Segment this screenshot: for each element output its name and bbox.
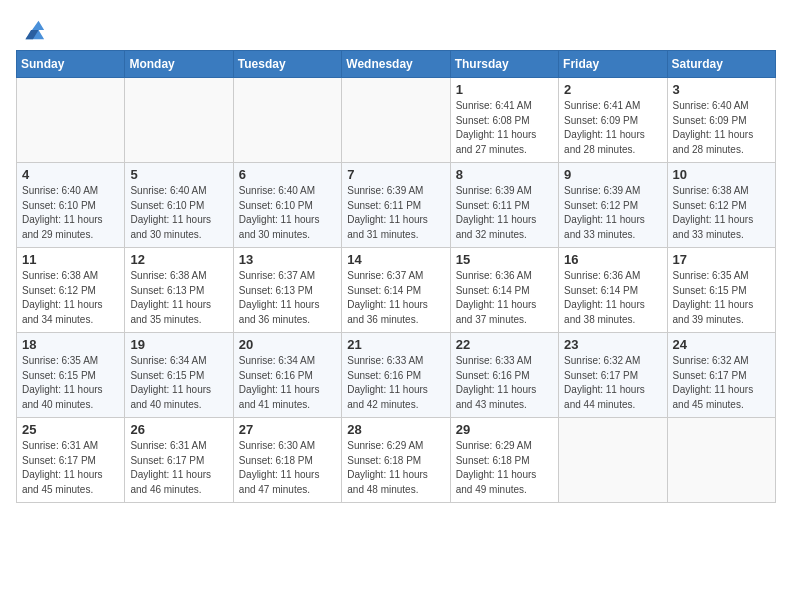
calendar-cell: 27Sunrise: 6:30 AM Sunset: 6:18 PM Dayli… — [233, 418, 341, 503]
day-number: 17 — [673, 252, 770, 267]
calendar-cell: 23Sunrise: 6:32 AM Sunset: 6:17 PM Dayli… — [559, 333, 667, 418]
weekday-header-tuesday: Tuesday — [233, 51, 341, 78]
day-number: 8 — [456, 167, 553, 182]
weekday-header-wednesday: Wednesday — [342, 51, 450, 78]
day-number: 23 — [564, 337, 661, 352]
calendar-week-1: 1Sunrise: 6:41 AM Sunset: 6:08 PM Daylig… — [17, 78, 776, 163]
day-number: 21 — [347, 337, 444, 352]
calendar-week-5: 25Sunrise: 6:31 AM Sunset: 6:17 PM Dayli… — [17, 418, 776, 503]
calendar-cell: 13Sunrise: 6:37 AM Sunset: 6:13 PM Dayli… — [233, 248, 341, 333]
calendar-cell: 2Sunrise: 6:41 AM Sunset: 6:09 PM Daylig… — [559, 78, 667, 163]
calendar-cell: 28Sunrise: 6:29 AM Sunset: 6:18 PM Dayli… — [342, 418, 450, 503]
day-number: 20 — [239, 337, 336, 352]
day-number: 29 — [456, 422, 553, 437]
calendar-cell — [559, 418, 667, 503]
day-number: 5 — [130, 167, 227, 182]
calendar-cell: 29Sunrise: 6:29 AM Sunset: 6:18 PM Dayli… — [450, 418, 558, 503]
day-number: 15 — [456, 252, 553, 267]
weekday-header-sunday: Sunday — [17, 51, 125, 78]
calendar-cell: 20Sunrise: 6:34 AM Sunset: 6:16 PM Dayli… — [233, 333, 341, 418]
calendar-week-2: 4Sunrise: 6:40 AM Sunset: 6:10 PM Daylig… — [17, 163, 776, 248]
day-info: Sunrise: 6:38 AM Sunset: 6:12 PM Dayligh… — [22, 269, 119, 327]
calendar-cell: 14Sunrise: 6:37 AM Sunset: 6:14 PM Dayli… — [342, 248, 450, 333]
calendar-cell: 9Sunrise: 6:39 AM Sunset: 6:12 PM Daylig… — [559, 163, 667, 248]
calendar-week-3: 11Sunrise: 6:38 AM Sunset: 6:12 PM Dayli… — [17, 248, 776, 333]
day-number: 19 — [130, 337, 227, 352]
calendar-cell — [342, 78, 450, 163]
day-number: 14 — [347, 252, 444, 267]
day-info: Sunrise: 6:31 AM Sunset: 6:17 PM Dayligh… — [130, 439, 227, 497]
day-info: Sunrise: 6:33 AM Sunset: 6:16 PM Dayligh… — [347, 354, 444, 412]
day-number: 11 — [22, 252, 119, 267]
day-number: 3 — [673, 82, 770, 97]
day-info: Sunrise: 6:40 AM Sunset: 6:09 PM Dayligh… — [673, 99, 770, 157]
day-info: Sunrise: 6:32 AM Sunset: 6:17 PM Dayligh… — [564, 354, 661, 412]
day-info: Sunrise: 6:34 AM Sunset: 6:16 PM Dayligh… — [239, 354, 336, 412]
day-info: Sunrise: 6:33 AM Sunset: 6:16 PM Dayligh… — [456, 354, 553, 412]
day-info: Sunrise: 6:34 AM Sunset: 6:15 PM Dayligh… — [130, 354, 227, 412]
calendar-cell: 17Sunrise: 6:35 AM Sunset: 6:15 PM Dayli… — [667, 248, 775, 333]
calendar-cell — [667, 418, 775, 503]
day-info: Sunrise: 6:39 AM Sunset: 6:11 PM Dayligh… — [347, 184, 444, 242]
calendar-cell — [125, 78, 233, 163]
day-number: 2 — [564, 82, 661, 97]
calendar-cell: 12Sunrise: 6:38 AM Sunset: 6:13 PM Dayli… — [125, 248, 233, 333]
weekday-header-friday: Friday — [559, 51, 667, 78]
calendar-cell: 8Sunrise: 6:39 AM Sunset: 6:11 PM Daylig… — [450, 163, 558, 248]
day-info: Sunrise: 6:36 AM Sunset: 6:14 PM Dayligh… — [456, 269, 553, 327]
day-number: 27 — [239, 422, 336, 437]
day-info: Sunrise: 6:40 AM Sunset: 6:10 PM Dayligh… — [239, 184, 336, 242]
day-info: Sunrise: 6:35 AM Sunset: 6:15 PM Dayligh… — [673, 269, 770, 327]
day-number: 10 — [673, 167, 770, 182]
day-info: Sunrise: 6:31 AM Sunset: 6:17 PM Dayligh… — [22, 439, 119, 497]
day-number: 25 — [22, 422, 119, 437]
day-info: Sunrise: 6:40 AM Sunset: 6:10 PM Dayligh… — [22, 184, 119, 242]
calendar-cell: 15Sunrise: 6:36 AM Sunset: 6:14 PM Dayli… — [450, 248, 558, 333]
weekday-header-thursday: Thursday — [450, 51, 558, 78]
day-number: 28 — [347, 422, 444, 437]
calendar-cell — [17, 78, 125, 163]
day-number: 12 — [130, 252, 227, 267]
day-number: 7 — [347, 167, 444, 182]
calendar-cell: 1Sunrise: 6:41 AM Sunset: 6:08 PM Daylig… — [450, 78, 558, 163]
day-info: Sunrise: 6:36 AM Sunset: 6:14 PM Dayligh… — [564, 269, 661, 327]
calendar-table: SundayMondayTuesdayWednesdayThursdayFrid… — [16, 50, 776, 503]
day-info: Sunrise: 6:35 AM Sunset: 6:15 PM Dayligh… — [22, 354, 119, 412]
calendar-cell: 19Sunrise: 6:34 AM Sunset: 6:15 PM Dayli… — [125, 333, 233, 418]
weekday-header-monday: Monday — [125, 51, 233, 78]
day-number: 24 — [673, 337, 770, 352]
calendar-cell: 5Sunrise: 6:40 AM Sunset: 6:10 PM Daylig… — [125, 163, 233, 248]
day-info: Sunrise: 6:37 AM Sunset: 6:14 PM Dayligh… — [347, 269, 444, 327]
header — [16, 16, 776, 44]
day-number: 6 — [239, 167, 336, 182]
day-info: Sunrise: 6:29 AM Sunset: 6:18 PM Dayligh… — [456, 439, 553, 497]
calendar-week-4: 18Sunrise: 6:35 AM Sunset: 6:15 PM Dayli… — [17, 333, 776, 418]
day-number: 1 — [456, 82, 553, 97]
day-info: Sunrise: 6:32 AM Sunset: 6:17 PM Dayligh… — [673, 354, 770, 412]
day-info: Sunrise: 6:41 AM Sunset: 6:08 PM Dayligh… — [456, 99, 553, 157]
day-number: 22 — [456, 337, 553, 352]
day-info: Sunrise: 6:40 AM Sunset: 6:10 PM Dayligh… — [130, 184, 227, 242]
day-number: 13 — [239, 252, 336, 267]
calendar-cell: 10Sunrise: 6:38 AM Sunset: 6:12 PM Dayli… — [667, 163, 775, 248]
day-number: 16 — [564, 252, 661, 267]
day-info: Sunrise: 6:37 AM Sunset: 6:13 PM Dayligh… — [239, 269, 336, 327]
day-number: 9 — [564, 167, 661, 182]
calendar-cell: 6Sunrise: 6:40 AM Sunset: 6:10 PM Daylig… — [233, 163, 341, 248]
calendar-cell — [233, 78, 341, 163]
calendar-cell: 3Sunrise: 6:40 AM Sunset: 6:09 PM Daylig… — [667, 78, 775, 163]
day-info: Sunrise: 6:39 AM Sunset: 6:12 PM Dayligh… — [564, 184, 661, 242]
calendar-cell: 4Sunrise: 6:40 AM Sunset: 6:10 PM Daylig… — [17, 163, 125, 248]
calendar-cell: 24Sunrise: 6:32 AM Sunset: 6:17 PM Dayli… — [667, 333, 775, 418]
calendar-cell: 25Sunrise: 6:31 AM Sunset: 6:17 PM Dayli… — [17, 418, 125, 503]
calendar-cell: 26Sunrise: 6:31 AM Sunset: 6:17 PM Dayli… — [125, 418, 233, 503]
day-info: Sunrise: 6:39 AM Sunset: 6:11 PM Dayligh… — [456, 184, 553, 242]
day-info: Sunrise: 6:38 AM Sunset: 6:12 PM Dayligh… — [673, 184, 770, 242]
day-number: 4 — [22, 167, 119, 182]
calendar-cell: 16Sunrise: 6:36 AM Sunset: 6:14 PM Dayli… — [559, 248, 667, 333]
day-number: 26 — [130, 422, 227, 437]
day-info: Sunrise: 6:30 AM Sunset: 6:18 PM Dayligh… — [239, 439, 336, 497]
calendar-cell: 21Sunrise: 6:33 AM Sunset: 6:16 PM Dayli… — [342, 333, 450, 418]
calendar-cell: 7Sunrise: 6:39 AM Sunset: 6:11 PM Daylig… — [342, 163, 450, 248]
weekday-header-saturday: Saturday — [667, 51, 775, 78]
